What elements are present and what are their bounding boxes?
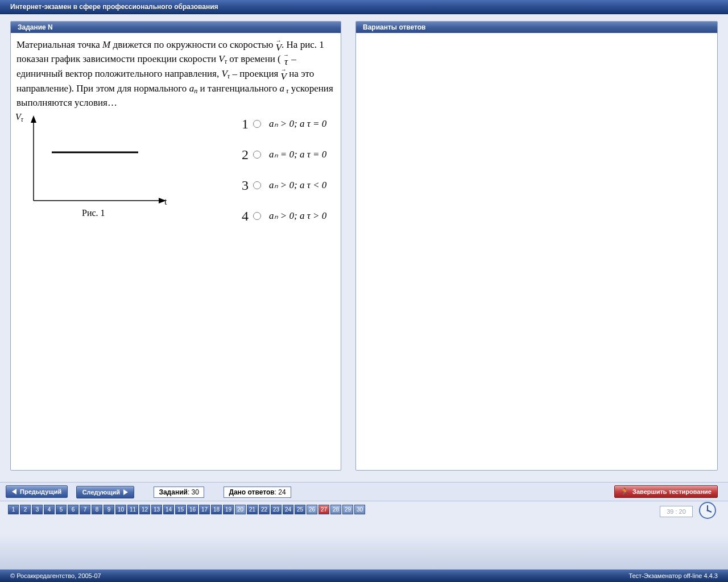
prev-label: Предыдущий xyxy=(20,488,61,495)
option-radio-3[interactable] xyxy=(253,181,261,189)
nav-bar: Предыдущий Следующий Заданий: 30 Дано от… xyxy=(0,482,728,501)
figure-caption: Рис. 1 xyxy=(82,206,105,219)
finish-label: Завершить тестирование xyxy=(632,488,712,495)
question-cell-21[interactable]: 21 xyxy=(247,505,258,514)
question-prompt: Материальная точка M движется по окружно… xyxy=(16,38,335,110)
answers-panel: Варианты ответов xyxy=(355,21,718,471)
axis-x-label: t xyxy=(164,195,167,208)
question-cell-2[interactable]: 2 xyxy=(20,505,31,514)
question-cell-17[interactable]: 17 xyxy=(199,505,210,514)
question-cell-30[interactable]: 30 xyxy=(354,505,365,514)
status-bar: © Росаккредагентство, 2005-07 Тест-Экзам… xyxy=(0,569,728,582)
option-number: 4 xyxy=(237,206,249,226)
option-label: aₙ > 0; a τ < 0 xyxy=(269,178,326,193)
option-number: 1 xyxy=(237,114,249,134)
svg-marker-1 xyxy=(31,115,36,123)
finish-button[interactable]: 🏃 Завершить тестирование xyxy=(614,485,718,498)
question-cell-19[interactable]: 19 xyxy=(223,505,234,514)
answer-option-3[interactable]: 3aₙ > 0; a τ < 0 xyxy=(237,170,326,201)
question-cell-27[interactable]: 27 xyxy=(318,505,329,514)
total-tasks: Заданий: 30 xyxy=(154,487,204,498)
option-label: aₙ = 0; a τ = 0 xyxy=(269,148,326,162)
answers-body xyxy=(356,34,717,470)
question-cell-13[interactable]: 13 xyxy=(151,505,162,514)
question-cell-25[interactable]: 25 xyxy=(295,505,305,514)
question-cell-12[interactable]: 12 xyxy=(139,505,150,514)
question-cell-24[interactable]: 24 xyxy=(283,505,293,514)
question-cell-29[interactable]: 29 xyxy=(342,505,353,514)
question-cell-3[interactable]: 3 xyxy=(32,505,43,514)
answers-panel-header: Варианты ответов xyxy=(356,22,717,33)
option-number: 3 xyxy=(237,176,249,196)
prev-button[interactable]: Предыдущий xyxy=(6,485,68,498)
footer: Предыдущий Следующий Заданий: 30 Дано от… xyxy=(0,476,728,582)
question-cell-16[interactable]: 16 xyxy=(187,505,198,514)
option-radio-2[interactable] xyxy=(253,151,261,159)
triangle-right-icon xyxy=(123,489,128,495)
option-label: aₙ > 0; a τ = 0 xyxy=(269,117,326,131)
question-cell-7[interactable]: 7 xyxy=(80,505,90,514)
answered-tasks: Дано ответов: 24 xyxy=(224,487,291,498)
question-cell-9[interactable]: 9 xyxy=(104,505,114,514)
answer-options: 1aₙ > 0; a τ = 02aₙ = 0; a τ = 03aₙ > 0;… xyxy=(237,109,326,231)
question-cell-28[interactable]: 28 xyxy=(330,505,341,514)
copyright-text: © Росаккредагентство, 2005-07 xyxy=(10,569,101,582)
question-cell-22[interactable]: 22 xyxy=(259,505,270,514)
question-cell-10[interactable]: 10 xyxy=(115,505,126,514)
timer-display: 39 : 20 xyxy=(660,506,693,517)
question-cell-23[interactable]: 23 xyxy=(271,505,282,514)
question-panel: Задание N Материальная точка M движется … xyxy=(10,21,341,471)
question-cell-11[interactable]: 11 xyxy=(127,505,138,514)
chart-svg xyxy=(16,113,176,212)
answer-option-2[interactable]: 2aₙ = 0; a τ = 0 xyxy=(237,139,326,170)
option-label: aₙ > 0; a τ > 0 xyxy=(269,209,326,223)
svg-point-8 xyxy=(707,510,709,512)
option-number: 2 xyxy=(237,145,249,165)
question-grid: 1234567891011121314151617181920212223242… xyxy=(8,505,365,514)
question-cell-8[interactable]: 8 xyxy=(92,505,102,514)
question-cell-5[interactable]: 5 xyxy=(56,505,67,514)
runner-icon: 🏃 xyxy=(621,488,629,496)
version-text: Тест-Экзаменатор off-line 4.4.3 xyxy=(628,569,718,582)
question-cell-20[interactable]: 20 xyxy=(235,505,246,514)
option-radio-1[interactable] xyxy=(253,120,261,128)
answer-option-1[interactable]: 1aₙ > 0; a τ = 0 xyxy=(237,109,326,139)
work-area: Задание N Материальная точка M движется … xyxy=(0,14,728,476)
question-panel-header: Задание N xyxy=(11,22,341,33)
question-cell-4[interactable]: 4 xyxy=(44,505,55,514)
question-body: Материальная точка M движется по окружно… xyxy=(11,34,341,470)
question-cell-1[interactable]: 1 xyxy=(8,505,19,514)
question-cell-26[interactable]: 26 xyxy=(307,505,317,514)
window-title: Интернет-экзамен в сфере профессионально… xyxy=(0,0,728,14)
answer-option-4[interactable]: 4aₙ > 0; a τ > 0 xyxy=(237,201,326,231)
next-label: Следующий xyxy=(82,489,120,496)
figure-1: Vτ t Рис. 1 xyxy=(16,113,204,221)
option-radio-4[interactable] xyxy=(253,212,261,220)
question-cell-14[interactable]: 14 xyxy=(163,505,174,514)
triangle-left-icon xyxy=(12,489,16,494)
clock-icon xyxy=(698,501,717,519)
question-cell-6[interactable]: 6 xyxy=(68,505,78,514)
question-cell-15[interactable]: 15 xyxy=(175,505,186,514)
question-cell-18[interactable]: 18 xyxy=(211,505,222,514)
next-button[interactable]: Следующий xyxy=(76,486,134,498)
